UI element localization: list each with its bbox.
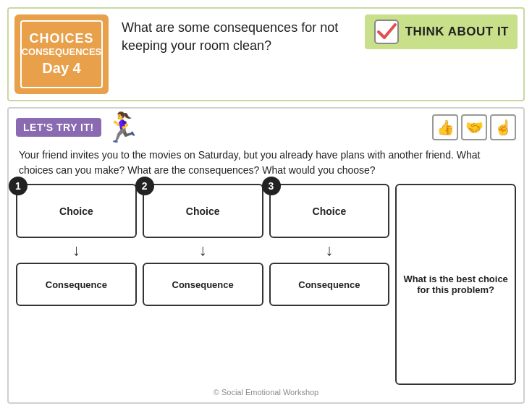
lets-try-badge: LET'S TRY IT! bbox=[16, 118, 101, 137]
top-section: CHOICES CONSEQUENCES Day 4 What are some… bbox=[7, 7, 525, 101]
logo-consequences: CONSEQUENCES bbox=[22, 46, 102, 58]
consequence-label-1: Consequence bbox=[46, 279, 107, 290]
logo-inner: CHOICES CONSEQUENCES Day 4 bbox=[20, 20, 103, 88]
think-about-it-badge: THINK ABOUT IT bbox=[365, 14, 518, 49]
best-choice-label: What is the best choice for this problem… bbox=[402, 274, 509, 295]
number-badge-3: 3 bbox=[262, 177, 281, 195]
bottom-section: LET'S TRY IT! 🏃‍♀️ 👍 🤝 ☝️ Your friend in… bbox=[7, 107, 525, 404]
point-up-icon: ☝️ bbox=[490, 114, 516, 140]
choice-label-3: Choice bbox=[313, 206, 347, 217]
thumbs-up-icon: 👍 bbox=[432, 114, 458, 140]
running-figure-icon: 🏃‍♀️ bbox=[104, 113, 140, 142]
lets-try-left: LET'S TRY IT! 🏃‍♀️ bbox=[16, 113, 140, 142]
arrow-icon-2: ↓ bbox=[199, 242, 207, 258]
logo-choices: CHOICES bbox=[29, 32, 93, 46]
choices-grid: 1 Choice ↓ Consequence 2 Choice ↓ Conseq… bbox=[9, 181, 523, 385]
consequence-label-3: Consequence bbox=[298, 279, 360, 290]
number-badge-1: 1 bbox=[9, 177, 28, 195]
think-about-it-label: THINK ABOUT IT bbox=[405, 25, 509, 39]
choice-box-2: 2 Choice bbox=[143, 184, 263, 238]
lets-try-bar: LET'S TRY IT! 🏃‍♀️ 👍 🤝 ☝️ bbox=[9, 109, 523, 142]
choice-column-1: 1 Choice ↓ Consequence bbox=[16, 184, 137, 385]
consequence-box-1: Consequence bbox=[16, 263, 137, 306]
choice-label-1: Choice bbox=[59, 206, 93, 217]
logo-day: Day 4 bbox=[42, 60, 80, 77]
choice-label-2: Choice bbox=[186, 206, 220, 217]
consequence-box-3: Consequence bbox=[269, 263, 390, 306]
consequence-label-2: Consequence bbox=[172, 279, 234, 290]
scenario-text: Your friend invites you to the movies on… bbox=[9, 142, 523, 181]
page-wrapper: CHOICES CONSEQUENCES Day 4 What are some… bbox=[0, 0, 532, 411]
arrow-icon-1: ↓ bbox=[72, 242, 80, 258]
choice-box-1: 1 Choice bbox=[16, 184, 137, 238]
choice-column-3: 3 Choice ↓ Consequence bbox=[269, 184, 390, 385]
choice-box-3: 3 Choice bbox=[269, 184, 390, 238]
arrow-icon-3: ↓ bbox=[325, 242, 333, 258]
number-badge-2: 2 bbox=[135, 177, 154, 195]
footer-text: © Social Emotional Workshop bbox=[9, 385, 523, 397]
checkbox-icon bbox=[373, 19, 400, 45]
logo-box: CHOICES CONSEQUENCES Day 4 bbox=[14, 14, 109, 94]
top-question: What are some consequences for not keepi… bbox=[116, 14, 358, 59]
handshake-icon: 🤝 bbox=[461, 114, 487, 140]
consequence-box-2: Consequence bbox=[143, 263, 263, 306]
best-choice-box: What is the best choice for this problem… bbox=[395, 184, 516, 385]
icon-group: 👍 🤝 ☝️ bbox=[432, 114, 516, 140]
choice-column-2: 2 Choice ↓ Consequence bbox=[143, 184, 263, 385]
question-text: What are some consequences for not keepi… bbox=[122, 19, 352, 55]
best-choice-column: What is the best choice for this problem… bbox=[395, 184, 516, 385]
